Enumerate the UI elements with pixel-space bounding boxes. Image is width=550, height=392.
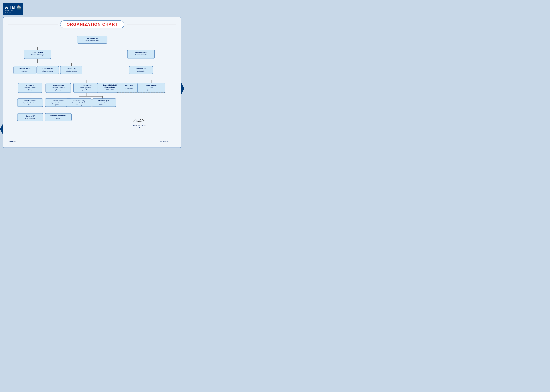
svg-text:Operations Executive: Operations Executive xyxy=(52,87,64,89)
svg-text:/ Farokh Sadri: / Farokh Sadri xyxy=(104,86,115,88)
mohamed-node: Mohamed Salih Document Controller xyxy=(127,50,155,59)
svg-text:(Offshore): (Offshore) xyxy=(55,104,61,106)
svg-text:Rev. 08: Rev. 08 xyxy=(9,141,16,142)
svg-text:Sushma Barik: Sushma Barik xyxy=(42,68,53,70)
outdoor-node: Outdoor Coordinator (1,2,3) xyxy=(45,113,71,121)
svg-text:Operations Executive: Operations Executive xyxy=(24,87,36,89)
svg-text:Operations Coordinator: Operations Coordinator xyxy=(51,102,65,104)
svg-text:Abdullah Qadar: Abdullah Qadar xyxy=(98,100,110,102)
logo-text: AHM xyxy=(5,5,16,10)
company-logo: AHM 🚢 MARINE L.L.C. xyxy=(3,3,23,15)
awaab-node: Awaab Ahmed Operations Executive (Projec… xyxy=(46,83,71,92)
abdullah-node: Abdullah Qadar Operations / PRO Coordina… xyxy=(92,98,116,107)
svg-text:Safiullah Rashid: Safiullah Rashid xyxy=(24,100,36,102)
svg-text:(Offshore): (Offshore) xyxy=(76,104,82,106)
abdul-node: Abdul Rehman PRO (Immigration) xyxy=(137,83,165,92)
svg-text:(Ports): (Ports) xyxy=(28,104,32,106)
svg-rect-42 xyxy=(37,66,59,74)
svg-text:Operations Coordinator: Operations Coordinator xyxy=(72,102,86,104)
svg-text:Mohamed Salih: Mohamed Salih xyxy=(135,51,147,53)
svg-text:Abdul Rehman: Abdul Rehman xyxy=(146,84,157,86)
svg-text:Carl Patel: Carl Patel xyxy=(27,84,34,86)
svg-text:Shipping Accounts: Shipping Accounts xyxy=(42,70,54,72)
svg-text:Document Controller: Document Controller xyxy=(135,54,147,56)
svg-text:CEO: CEO xyxy=(138,126,141,128)
svg-text:HECTOR PATEL: HECTOR PATEL xyxy=(133,124,146,126)
nilzeek-node: Nilzeek Nislad Accountant xyxy=(14,66,36,74)
svg-text:Alaa Sallaj: Alaa Sallaj xyxy=(125,85,133,87)
svg-rect-93 xyxy=(45,113,71,121)
svg-text:Shipping Accounts: Shipping Accounts xyxy=(66,70,77,72)
chart-container: ORGANIZATION CHART .snode rect { fill: #… xyxy=(3,17,181,148)
svg-text:Siddhartha Roy: Siddhartha Roy xyxy=(73,100,85,102)
svg-text:Operations /: Operations / xyxy=(100,102,108,104)
svg-text:PRO Coordinator: PRO Coordinator xyxy=(99,104,109,106)
svg-text:Operations Coordinator: Operations Coordinator xyxy=(23,102,37,104)
left-decoration xyxy=(0,123,3,135)
siddhartha-node: Siddhartha Roy Operations Coordinator (O… xyxy=(66,98,92,107)
svg-text:(Projects): (Projects) xyxy=(55,89,61,91)
svg-text:Outdoor Coordinator: Outdoor Coordinator xyxy=(50,115,66,117)
svg-rect-90 xyxy=(17,113,43,121)
safiullah-node: Safiullah Rashid Operations Coordinator … xyxy=(17,98,43,107)
svg-text:Rajesh Khiara: Rajesh Khiara xyxy=(53,100,64,102)
svg-text:PRO (Ports): PRO (Ports) xyxy=(106,89,114,91)
svg-text:Virasp Vazifdar: Virasp Vazifdar xyxy=(81,84,92,86)
svg-text:Finance / HR Manager: Finance / HR Manager xyxy=(31,54,44,56)
svg-rect-39 xyxy=(14,66,36,74)
svg-rect-48 xyxy=(129,66,153,74)
chart-title-box: ORGANIZATION CHART xyxy=(60,21,124,28)
signature-group: HECTOR PATEL CEO xyxy=(133,119,146,128)
svg-text:Nilzeek Nislad: Nilzeek Nislad xyxy=(20,68,30,70)
logo-tagline: MARINE L.L.C. xyxy=(5,10,21,13)
svg-text:HECTOR PATEL: HECTOR PATEL xyxy=(86,37,98,39)
svg-text:PRO (Admin): PRO (Admin) xyxy=(125,87,133,89)
ceo-node: HECTOR PATEL Chief Executive Officer xyxy=(77,36,107,43)
basheer-node: Basheer KP Port Coordinator xyxy=(17,113,43,121)
svg-rect-45 xyxy=(60,66,82,74)
svg-text:Senior Operations &: Senior Operations & xyxy=(80,87,92,89)
svg-text:(Immigration): (Immigration) xyxy=(147,89,155,91)
virasp-node: Virasp Vazifdar Senior Operations & Logi… xyxy=(73,83,99,92)
logo-area: AHM 🚢 MARINE L.L.C. xyxy=(3,3,23,15)
chart-title: ORGANIZATION CHART xyxy=(67,22,118,27)
shajimon-node: Shajimon CN Archives Clerk xyxy=(129,66,153,74)
svg-text:Archives Clerk: Archives Clerk xyxy=(136,70,145,72)
svg-text:Fayez Al Chahabi: Fayez Al Chahabi xyxy=(103,84,117,86)
svg-text:Basheer KP: Basheer KP xyxy=(26,115,35,117)
svg-text:Awaab Ahmed: Awaab Ahmed xyxy=(53,84,64,86)
svg-text:Anant Trivedi: Anant Trivedi xyxy=(32,51,43,53)
svg-text:Port Coordinator: Port Coordinator xyxy=(25,118,35,119)
logo-ship-icon: 🚢 xyxy=(16,5,21,10)
prabha-node: Prabha Raj Shipping Accounts xyxy=(60,66,82,74)
svg-text:Prabha Raj: Prabha Raj xyxy=(67,68,76,70)
org-chart-svg: .snode rect { fill: #d0e8f8; stroke: #5a… xyxy=(8,31,176,144)
svg-text:Chief Executive Officer: Chief Executive Officer xyxy=(85,40,99,42)
right-decoration xyxy=(181,82,184,95)
sushma-node: Sushma Barik Shipping Accounts xyxy=(37,66,59,74)
svg-text:Shajimon CN: Shajimon CN xyxy=(136,68,146,70)
carl-node: Carl Patel Operations Executive (Ports) xyxy=(18,83,42,92)
svg-text:(1,2,3): (1,2,3) xyxy=(56,117,60,119)
svg-text:(Ports): (Ports) xyxy=(28,89,32,91)
chart-title-wrapper: ORGANIZATION CHART xyxy=(8,21,176,28)
svg-text:PRO: PRO xyxy=(150,87,153,89)
anant-node: Anant Trivedi Finance / HR Manager xyxy=(24,50,51,59)
svg-rect-30 xyxy=(77,36,107,43)
svg-text:Logistics Executive: Logistics Executive xyxy=(81,89,92,91)
svg-text:03.08.2020: 03.08.2020 xyxy=(160,141,169,142)
svg-text:Accountant: Accountant xyxy=(21,70,28,72)
